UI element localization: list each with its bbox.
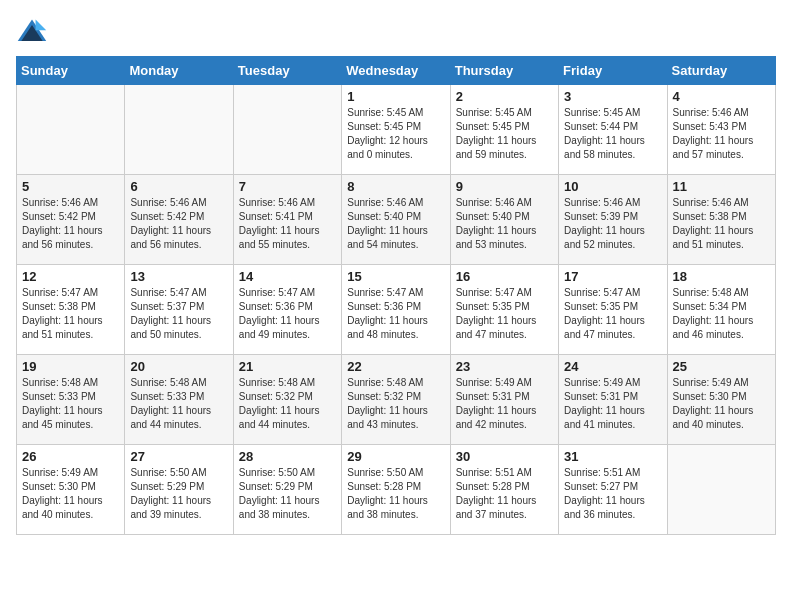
calendar-cell [17,85,125,175]
day-info: Sunrise: 5:48 AM Sunset: 5:32 PM Dayligh… [239,376,336,432]
day-number: 9 [456,179,553,194]
day-info: Sunrise: 5:47 AM Sunset: 5:35 PM Dayligh… [456,286,553,342]
day-number: 6 [130,179,227,194]
day-info: Sunrise: 5:50 AM Sunset: 5:29 PM Dayligh… [239,466,336,522]
calendar-week-row: 26Sunrise: 5:49 AM Sunset: 5:30 PM Dayli… [17,445,776,535]
day-number: 22 [347,359,444,374]
calendar-cell: 23Sunrise: 5:49 AM Sunset: 5:31 PM Dayli… [450,355,558,445]
calendar-cell: 27Sunrise: 5:50 AM Sunset: 5:29 PM Dayli… [125,445,233,535]
day-info: Sunrise: 5:51 AM Sunset: 5:28 PM Dayligh… [456,466,553,522]
calendar-week-row: 1Sunrise: 5:45 AM Sunset: 5:45 PM Daylig… [17,85,776,175]
logo [16,16,52,48]
day-number: 2 [456,89,553,104]
day-number: 7 [239,179,336,194]
calendar-cell: 8Sunrise: 5:46 AM Sunset: 5:40 PM Daylig… [342,175,450,265]
day-number: 31 [564,449,661,464]
day-number: 16 [456,269,553,284]
day-number: 30 [456,449,553,464]
calendar-cell: 10Sunrise: 5:46 AM Sunset: 5:39 PM Dayli… [559,175,667,265]
calendar-week-row: 5Sunrise: 5:46 AM Sunset: 5:42 PM Daylig… [17,175,776,265]
day-info: Sunrise: 5:49 AM Sunset: 5:31 PM Dayligh… [564,376,661,432]
calendar-cell [667,445,775,535]
day-number: 24 [564,359,661,374]
calendar-cell: 19Sunrise: 5:48 AM Sunset: 5:33 PM Dayli… [17,355,125,445]
weekday-header-cell: Thursday [450,57,558,85]
weekday-header-cell: Tuesday [233,57,341,85]
day-number: 3 [564,89,661,104]
day-number: 29 [347,449,444,464]
day-number: 25 [673,359,770,374]
day-info: Sunrise: 5:46 AM Sunset: 5:40 PM Dayligh… [347,196,444,252]
calendar-cell: 16Sunrise: 5:47 AM Sunset: 5:35 PM Dayli… [450,265,558,355]
logo-icon [16,16,48,48]
day-number: 20 [130,359,227,374]
day-info: Sunrise: 5:48 AM Sunset: 5:33 PM Dayligh… [22,376,119,432]
calendar-week-row: 19Sunrise: 5:48 AM Sunset: 5:33 PM Dayli… [17,355,776,445]
calendar-cell: 12Sunrise: 5:47 AM Sunset: 5:38 PM Dayli… [17,265,125,355]
calendar-cell: 15Sunrise: 5:47 AM Sunset: 5:36 PM Dayli… [342,265,450,355]
calendar-cell: 3Sunrise: 5:45 AM Sunset: 5:44 PM Daylig… [559,85,667,175]
day-number: 17 [564,269,661,284]
weekday-header-cell: Monday [125,57,233,85]
day-info: Sunrise: 5:50 AM Sunset: 5:29 PM Dayligh… [130,466,227,522]
day-info: Sunrise: 5:48 AM Sunset: 5:34 PM Dayligh… [673,286,770,342]
day-info: Sunrise: 5:46 AM Sunset: 5:40 PM Dayligh… [456,196,553,252]
day-number: 15 [347,269,444,284]
calendar-cell: 14Sunrise: 5:47 AM Sunset: 5:36 PM Dayli… [233,265,341,355]
day-info: Sunrise: 5:49 AM Sunset: 5:30 PM Dayligh… [673,376,770,432]
calendar-cell: 6Sunrise: 5:46 AM Sunset: 5:42 PM Daylig… [125,175,233,265]
day-number: 18 [673,269,770,284]
day-number: 21 [239,359,336,374]
calendar-cell [125,85,233,175]
calendar-cell: 1Sunrise: 5:45 AM Sunset: 5:45 PM Daylig… [342,85,450,175]
day-number: 11 [673,179,770,194]
day-info: Sunrise: 5:45 AM Sunset: 5:45 PM Dayligh… [347,106,444,162]
calendar-cell: 29Sunrise: 5:50 AM Sunset: 5:28 PM Dayli… [342,445,450,535]
calendar-cell: 4Sunrise: 5:46 AM Sunset: 5:43 PM Daylig… [667,85,775,175]
day-number: 5 [22,179,119,194]
day-number: 26 [22,449,119,464]
day-number: 28 [239,449,336,464]
day-number: 14 [239,269,336,284]
weekday-header-cell: Wednesday [342,57,450,85]
day-info: Sunrise: 5:45 AM Sunset: 5:45 PM Dayligh… [456,106,553,162]
calendar-cell: 5Sunrise: 5:46 AM Sunset: 5:42 PM Daylig… [17,175,125,265]
calendar-cell [233,85,341,175]
day-info: Sunrise: 5:49 AM Sunset: 5:31 PM Dayligh… [456,376,553,432]
day-info: Sunrise: 5:46 AM Sunset: 5:42 PM Dayligh… [130,196,227,252]
calendar-cell: 13Sunrise: 5:47 AM Sunset: 5:37 PM Dayli… [125,265,233,355]
calendar-cell: 31Sunrise: 5:51 AM Sunset: 5:27 PM Dayli… [559,445,667,535]
day-number: 1 [347,89,444,104]
calendar-cell: 7Sunrise: 5:46 AM Sunset: 5:41 PM Daylig… [233,175,341,265]
calendar-cell: 21Sunrise: 5:48 AM Sunset: 5:32 PM Dayli… [233,355,341,445]
day-number: 27 [130,449,227,464]
day-info: Sunrise: 5:50 AM Sunset: 5:28 PM Dayligh… [347,466,444,522]
day-info: Sunrise: 5:48 AM Sunset: 5:33 PM Dayligh… [130,376,227,432]
calendar-cell: 30Sunrise: 5:51 AM Sunset: 5:28 PM Dayli… [450,445,558,535]
day-number: 23 [456,359,553,374]
day-info: Sunrise: 5:51 AM Sunset: 5:27 PM Dayligh… [564,466,661,522]
day-info: Sunrise: 5:45 AM Sunset: 5:44 PM Dayligh… [564,106,661,162]
day-number: 19 [22,359,119,374]
calendar-cell: 25Sunrise: 5:49 AM Sunset: 5:30 PM Dayli… [667,355,775,445]
weekday-header-cell: Sunday [17,57,125,85]
day-number: 4 [673,89,770,104]
svg-marker-2 [36,20,47,31]
day-info: Sunrise: 5:48 AM Sunset: 5:32 PM Dayligh… [347,376,444,432]
weekday-header-cell: Saturday [667,57,775,85]
day-number: 8 [347,179,444,194]
calendar-cell: 28Sunrise: 5:50 AM Sunset: 5:29 PM Dayli… [233,445,341,535]
day-info: Sunrise: 5:46 AM Sunset: 5:38 PM Dayligh… [673,196,770,252]
calendar-cell: 11Sunrise: 5:46 AM Sunset: 5:38 PM Dayli… [667,175,775,265]
calendar-cell: 24Sunrise: 5:49 AM Sunset: 5:31 PM Dayli… [559,355,667,445]
day-info: Sunrise: 5:46 AM Sunset: 5:43 PM Dayligh… [673,106,770,162]
day-info: Sunrise: 5:47 AM Sunset: 5:38 PM Dayligh… [22,286,119,342]
calendar-cell: 17Sunrise: 5:47 AM Sunset: 5:35 PM Dayli… [559,265,667,355]
day-info: Sunrise: 5:46 AM Sunset: 5:41 PM Dayligh… [239,196,336,252]
day-info: Sunrise: 5:49 AM Sunset: 5:30 PM Dayligh… [22,466,119,522]
day-info: Sunrise: 5:47 AM Sunset: 5:36 PM Dayligh… [239,286,336,342]
calendar-cell: 26Sunrise: 5:49 AM Sunset: 5:30 PM Dayli… [17,445,125,535]
calendar-cell: 9Sunrise: 5:46 AM Sunset: 5:40 PM Daylig… [450,175,558,265]
day-number: 10 [564,179,661,194]
calendar-body: 1Sunrise: 5:45 AM Sunset: 5:45 PM Daylig… [17,85,776,535]
